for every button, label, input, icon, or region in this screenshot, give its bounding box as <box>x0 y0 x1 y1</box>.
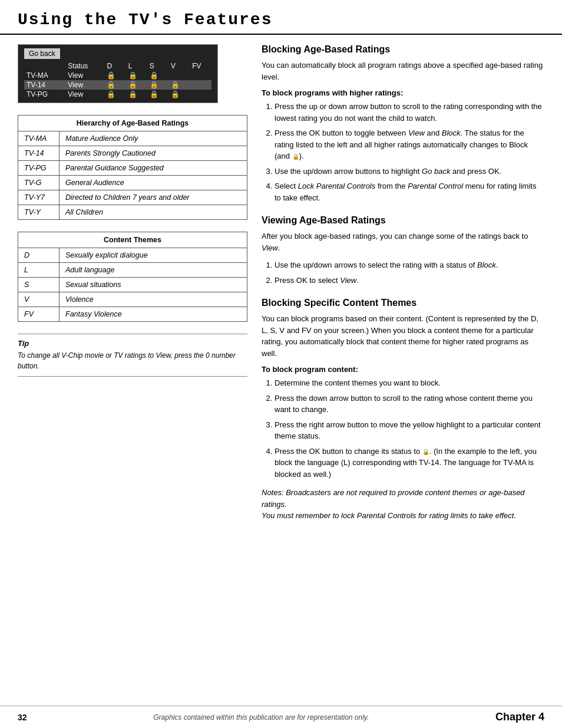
tv-row-ma-label: TV-MA <box>24 71 65 80</box>
tv-row-pg: TV-PG View 🔒🔒🔒🔒 <box>24 90 211 99</box>
tv-header-d: D <box>104 61 125 71</box>
age-ratings-header: Hierarchy of Age-Based Ratings <box>18 116 247 131</box>
blocking-content-section: Blocking Specific Content Themes You can… <box>262 298 544 522</box>
tip-section: Tip To change all V-Chip movie or TV rat… <box>18 334 247 377</box>
age-code-tvy7: TV-Y7 <box>18 190 59 205</box>
blocking-content-step-1: Determine the content themes you want to… <box>275 377 544 389</box>
note-2: You must remember to lock Parental Contr… <box>262 510 544 522</box>
content-themes-table: Content Themes D Sexually explicit dialo… <box>18 232 247 322</box>
age-ratings-table: Hierarchy of Age-Based Ratings TV-MA Mat… <box>18 115 247 220</box>
theme-row-s: S Sexual situations <box>18 278 247 292</box>
theme-desc-s: Sexual situations <box>59 278 247 292</box>
blocking-age-subtitle: To block programs with higher ratings: <box>262 88 544 97</box>
footer-center-text: Graphics contained within this publicati… <box>153 713 369 722</box>
footer-page-number: 32 <box>18 713 27 722</box>
age-desc-tvy7: Directed to Children 7 years and older <box>59 190 247 205</box>
age-code-tv14: TV-14 <box>18 146 59 161</box>
page-footer: 32 Graphics contained within this public… <box>0 706 562 728</box>
tv-screenshot: Go back Status D L S V FV TV-MA View 🔒🔒🔒 <box>18 44 218 103</box>
tv-header-row: Status D L S V FV <box>24 61 211 71</box>
theme-desc-v: Violence <box>59 292 247 307</box>
age-desc-tvg: General Audience <box>59 176 247 190</box>
tv-header-v: V <box>168 61 190 71</box>
age-row-tvg: TV-G General Audience <box>18 176 247 190</box>
tv-row-14: TV-14 View 🔒🔒🔒🔒 <box>24 80 211 90</box>
main-content: Go back Status D L S V FV TV-MA View 🔒🔒🔒 <box>0 44 562 533</box>
theme-row-v: V Violence <box>18 292 247 307</box>
tv-header-fv: FV <box>190 61 211 71</box>
age-code-tvma: TV-MA <box>18 131 59 146</box>
tv-row-pg-status: View <box>65 90 104 99</box>
theme-row-fv: FV Fantasy Violence <box>18 307 247 322</box>
age-desc-tvpg: Parental Guidance Suggested <box>59 161 247 176</box>
viewing-age-steps: Use the up/down arrows to select the rat… <box>262 259 544 286</box>
tip-label: Tip <box>18 339 247 348</box>
age-desc-tv14: Parents Strongly Cautioned <box>59 146 247 161</box>
theme-code-v: V <box>18 292 59 307</box>
blocking-content-step-3: Press the right arrow button to move the… <box>275 419 544 442</box>
blocking-age-step-4: Select Lock Parental Controls from the P… <box>275 180 544 203</box>
theme-desc-fv: Fantasy Violence <box>59 307 247 322</box>
left-column: Go back Status D L S V FV TV-MA View 🔒🔒🔒 <box>18 44 247 533</box>
theme-desc-l: Adult language <box>59 263 247 278</box>
tv-row-pg-label: TV-PG <box>24 90 65 99</box>
tv-row-14-status: View <box>65 80 104 90</box>
blocking-age-steps: Press the up or down arrow button to scr… <box>262 101 544 203</box>
age-row-tv14: TV-14 Parents Strongly Cautioned <box>18 146 247 161</box>
age-desc-tvy: All Children <box>59 205 247 220</box>
page-header: Using the TV's Features <box>0 0 562 35</box>
blocking-content-subtitle: To block program content: <box>262 365 544 374</box>
page-title: Using the TV's Features <box>18 11 544 29</box>
age-row-tvpg: TV-PG Parental Guidance Suggested <box>18 161 247 176</box>
footer-chapter: Chapter 4 <box>495 711 544 723</box>
content-themes-header: Content Themes <box>18 232 247 248</box>
blocking-age-step-1: Press the up or down arrow button to scr… <box>275 101 544 124</box>
blocking-content-title: Blocking Specific Content Themes <box>262 298 544 308</box>
theme-row-l: L Adult language <box>18 263 247 278</box>
tv-row-ma: TV-MA View 🔒🔒🔒 <box>24 71 211 80</box>
viewing-age-step-2: Press OK to select View. <box>275 275 544 286</box>
age-code-tvg: TV-G <box>18 176 59 190</box>
theme-row-d: D Sexually explicit dialogue <box>18 248 247 263</box>
blocking-age-title: Blocking Age-Based Ratings <box>262 44 544 55</box>
viewing-age-step-1: Use the up/down arrows to select the rat… <box>275 259 544 271</box>
blocking-content-step-2: Press the down arrow button to scroll to… <box>275 393 544 416</box>
blocking-content-steps: Determine the content themes you want to… <box>262 377 544 480</box>
age-row-tvy7: TV-Y7 Directed to Children 7 years and o… <box>18 190 247 205</box>
theme-code-s: S <box>18 278 59 292</box>
blocking-content-notes: Notes: Broadcasters are not required to … <box>262 487 544 522</box>
tv-row-14-label: TV-14 <box>24 80 65 90</box>
tv-header-s: S <box>147 61 168 71</box>
note-1: Notes: Broadcasters are not required to … <box>262 487 544 510</box>
viewing-age-intro: After you block age-based ratings, you c… <box>262 230 544 253</box>
viewing-age-section: Viewing Age-Based Ratings After you bloc… <box>262 215 544 286</box>
age-desc-tvma: Mature Audience Only <box>59 131 247 146</box>
tv-row-ma-status: View <box>65 71 104 80</box>
theme-code-l: L <box>18 263 59 278</box>
viewing-age-title: Viewing Age-Based Ratings <box>262 215 544 226</box>
blocking-content-step-4: Press the OK button to change its status… <box>275 446 544 480</box>
go-back-btn[interactable]: Go back <box>24 48 60 59</box>
blocking-content-intro: You can block programs based on their co… <box>262 313 544 359</box>
right-column: Blocking Age-Based Ratings You can autom… <box>262 44 544 533</box>
tv-table: Status D L S V FV TV-MA View 🔒🔒🔒 TV-14 V… <box>24 61 211 99</box>
tv-header-l: L <box>126 61 147 71</box>
theme-code-fv: FV <box>18 307 59 322</box>
age-code-tvy: TV-Y <box>18 205 59 220</box>
age-row-tvy: TV-Y All Children <box>18 205 247 220</box>
blocking-age-intro: You can automatically block all program … <box>262 60 544 83</box>
tip-text: To change all V-Chip movie or TV ratings… <box>18 350 247 371</box>
blocking-age-step-3: Use the up/down arrow buttons to highlig… <box>275 166 544 177</box>
theme-desc-d: Sexually explicit dialogue <box>59 248 247 263</box>
blocking-age-step-2: Press the OK button to toggle between Vi… <box>275 127 544 162</box>
theme-code-d: D <box>18 248 59 263</box>
tv-header-status: Status <box>65 61 104 71</box>
blocking-age-section: Blocking Age-Based Ratings You can autom… <box>262 44 544 203</box>
age-code-tvpg: TV-PG <box>18 161 59 176</box>
age-row-tvma: TV-MA Mature Audience Only <box>18 131 247 146</box>
